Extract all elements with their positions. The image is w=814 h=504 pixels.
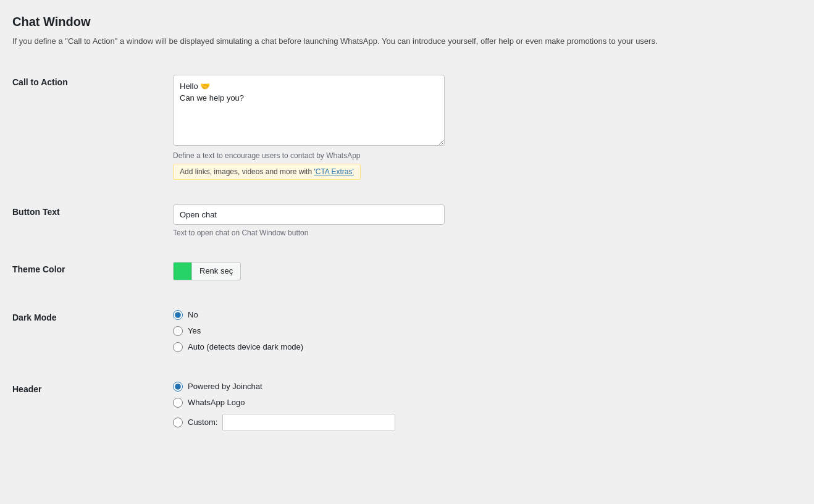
- color-select-button[interactable]: Renk seç: [191, 262, 241, 280]
- header-label: Header: [12, 382, 173, 394]
- cta-control: Hello 🤝 Can we help you? Define a text t…: [173, 75, 802, 180]
- dark-mode-option-yes[interactable]: Yes: [173, 326, 802, 336]
- header-label-custom: Custom:: [188, 418, 217, 427]
- button-text-control: Text to open chat on Chat Window button: [173, 204, 802, 237]
- header-control: Powered by Joinchat WhatsApp Logo Custom…: [173, 382, 802, 431]
- dark-mode-option-no[interactable]: No: [173, 310, 802, 320]
- cta-extras-link[interactable]: 'CTA Extras': [314, 167, 353, 176]
- page-description: If you define a "Call to Action" a windo…: [12, 35, 802, 48]
- header-label-whatsapp: WhatsApp Logo: [188, 398, 245, 407]
- cta-textarea[interactable]: Hello 🤝 Can we help you?: [173, 75, 445, 146]
- header-radio-whatsapp[interactable]: [173, 398, 183, 408]
- button-text-help: Text to open chat on Chat Window button: [173, 229, 802, 237]
- theme-color-row: Theme Color Renk seç: [12, 252, 802, 290]
- dark-mode-option-auto[interactable]: Auto (detects device dark mode): [173, 342, 802, 352]
- page-title: Chat Window: [12, 15, 802, 29]
- header-radio-group: Powered by Joinchat WhatsApp Logo Custom…: [173, 382, 802, 431]
- color-swatch[interactable]: [173, 262, 191, 280]
- theme-color-label: Theme Color: [12, 262, 173, 274]
- theme-color-control: Renk seç: [173, 262, 802, 280]
- dark-mode-radio-group: No Yes Auto (detects device dark mode): [173, 310, 802, 352]
- dark-mode-row: Dark Mode No Yes Auto (detects device da…: [12, 300, 802, 362]
- header-custom-input[interactable]: [222, 414, 395, 431]
- cta-row: Call to Action Hello 🤝 Can we help you? …: [12, 65, 802, 190]
- dark-mode-label-auto: Auto (detects device dark mode): [188, 342, 303, 351]
- cta-help-text: Define a text to encourage users to cont…: [173, 151, 802, 160]
- dark-mode-label-no: No: [188, 310, 198, 319]
- dark-mode-control: No Yes Auto (detects device dark mode): [173, 310, 802, 352]
- header-option-custom[interactable]: Custom:: [173, 414, 802, 431]
- dark-mode-radio-auto[interactable]: [173, 342, 183, 352]
- button-text-row: Button Text Text to open chat on Chat Wi…: [12, 195, 802, 247]
- dark-mode-label: Dark Mode: [12, 310, 173, 322]
- header-radio-powered[interactable]: [173, 382, 183, 392]
- cta-extras-notice: Add links, images, videos and more with …: [173, 164, 361, 180]
- button-text-label: Button Text: [12, 204, 173, 217]
- button-text-input[interactable]: [173, 204, 445, 225]
- dark-mode-radio-no[interactable]: [173, 310, 183, 320]
- cta-label: Call to Action: [12, 75, 173, 87]
- header-option-powered[interactable]: Powered by Joinchat: [173, 382, 802, 392]
- dark-mode-radio-yes[interactable]: [173, 326, 183, 336]
- header-row: Header Powered by Joinchat WhatsApp Logo…: [12, 372, 802, 441]
- header-label-powered: Powered by Joinchat: [188, 382, 262, 391]
- header-option-whatsapp[interactable]: WhatsApp Logo: [173, 398, 802, 408]
- header-radio-custom[interactable]: [173, 418, 183, 427]
- cta-extras-text: Add links, images, videos and more with: [180, 167, 314, 176]
- color-picker-wrapper: Renk seç: [173, 262, 802, 280]
- dark-mode-label-yes: Yes: [188, 326, 201, 335]
